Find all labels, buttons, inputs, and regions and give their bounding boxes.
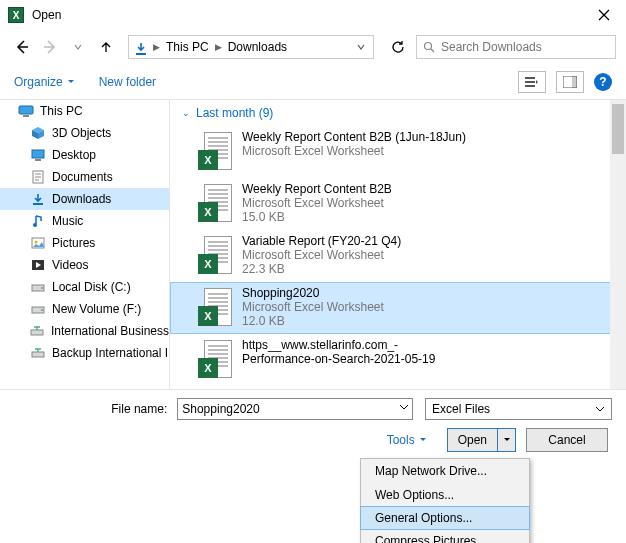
new-folder-button[interactable]: New folder — [99, 75, 156, 89]
address-bar[interactable]: ▶ This PC ▶ Downloads — [128, 35, 374, 59]
sidebar-item-localc[interactable]: Local Disk (C:) — [0, 276, 169, 298]
group-label: Last month (9) — [196, 106, 273, 120]
sidebar-label: Pictures — [52, 236, 95, 250]
sidebar-label: Local Disk (C:) — [52, 280, 131, 294]
file-item[interactable]: X Weekly Report Content B2B Microsoft Ex… — [170, 178, 626, 230]
sidebar-item-thispc[interactable]: This PC — [0, 100, 169, 122]
up-icon[interactable] — [94, 35, 118, 59]
sidebar-item-backupintl[interactable]: Backup International I — [0, 342, 169, 364]
file-name: Weekly Report Content B2B — [242, 182, 392, 196]
sidebar-item-downloads[interactable]: Downloads — [0, 188, 169, 210]
svg-rect-4 — [525, 85, 535, 87]
tools-dropdown-menu: Map Network Drive... Web Options... Gene… — [360, 458, 530, 543]
file-type: Microsoft Excel Worksheet — [242, 144, 466, 158]
file-list-pane: ⌄ Last month (9) X Weekly Report Content… — [170, 100, 626, 389]
close-icon[interactable] — [590, 5, 618, 25]
address-dropdown-icon[interactable] — [353, 43, 369, 51]
filename-label: File name: — [14, 402, 171, 416]
menu-general-options[interactable]: General Options... — [360, 506, 530, 530]
cube-icon — [30, 125, 46, 141]
help-icon[interactable]: ? — [594, 73, 612, 91]
sidebar-item-3dobjects[interactable]: 3D Objects — [0, 122, 169, 144]
menu-map-network-drive[interactable]: Map Network Drive... — [361, 459, 529, 483]
svg-point-13 — [33, 223, 37, 227]
svg-point-18 — [41, 287, 43, 289]
chevron-down-icon: ⌄ — [182, 108, 190, 118]
drive-icon — [30, 279, 46, 295]
navigation-sidebar: This PC 3D Objects Desktop Documents Dow… — [0, 100, 170, 389]
file-name: Variable Report (FY20-21 Q4) — [242, 234, 401, 248]
sidebar-item-intlbiz[interactable]: International Business — [0, 320, 169, 342]
sidebar-label: Videos — [52, 258, 88, 272]
breadcrumb-thispc[interactable]: This PC — [164, 40, 211, 54]
file-type: Microsoft Excel Worksheet — [242, 196, 392, 210]
file-type: Microsoft Excel Worksheet — [242, 300, 384, 314]
svg-rect-2 — [525, 77, 535, 79]
svg-rect-8 — [23, 115, 29, 117]
filter-label: Excel Files — [432, 402, 490, 416]
sidebar-label: This PC — [40, 104, 83, 118]
file-type-filter[interactable]: Excel Files — [425, 398, 612, 420]
preview-pane-button[interactable] — [556, 71, 584, 93]
file-item-selected[interactable]: X Shopping2020 Microsoft Excel Worksheet… — [170, 282, 615, 334]
downloads-icon — [30, 191, 46, 207]
file-type: Microsoft Excel Worksheet — [242, 248, 401, 262]
file-name: Shopping2020 — [242, 286, 384, 300]
svg-rect-3 — [525, 81, 535, 83]
chevron-down-icon[interactable] — [399, 402, 409, 412]
sidebar-label: International Business — [51, 324, 169, 338]
search-icon — [423, 41, 435, 53]
view-mode-button[interactable] — [518, 71, 546, 93]
sidebar-label: Downloads — [52, 192, 111, 206]
drive-icon — [30, 301, 46, 317]
breadcrumb-downloads[interactable]: Downloads — [226, 40, 289, 54]
svg-rect-22 — [32, 352, 44, 357]
refresh-icon[interactable] — [384, 35, 412, 59]
chevron-right-icon: ▶ — [215, 42, 222, 52]
sidebar-item-music[interactable]: Music — [0, 210, 169, 232]
sidebar-item-pictures[interactable]: Pictures — [0, 232, 169, 254]
file-item[interactable]: X Variable Report (FY20-21 Q4) Microsoft… — [170, 230, 626, 282]
svg-rect-7 — [19, 106, 33, 114]
cancel-label: Cancel — [548, 433, 585, 447]
svg-point-15 — [35, 241, 38, 244]
file-size: 12.0 KB — [242, 314, 384, 328]
file-size: 22.3 KB — [242, 262, 401, 276]
sidebar-label: Desktop — [52, 148, 96, 162]
back-icon[interactable] — [10, 35, 34, 59]
sidebar-item-documents[interactable]: Documents — [0, 166, 169, 188]
network-drive-icon — [30, 323, 45, 339]
excel-app-icon: X — [8, 7, 24, 23]
svg-point-1 — [425, 43, 432, 50]
excel-file-icon: X — [198, 184, 232, 226]
tools-label: Tools — [387, 433, 415, 447]
open-split-dropdown[interactable] — [497, 429, 515, 451]
cancel-button[interactable]: Cancel — [526, 428, 608, 452]
menu-web-options[interactable]: Web Options... — [361, 483, 529, 507]
sidebar-item-desktop[interactable]: Desktop — [0, 144, 169, 166]
scrollbar-thumb[interactable] — [612, 104, 624, 154]
recent-dropdown-icon[interactable] — [66, 35, 90, 59]
sidebar-item-newvolf[interactable]: New Volume (F:) — [0, 298, 169, 320]
sidebar-item-videos[interactable]: Videos — [0, 254, 169, 276]
file-item[interactable]: X https__www.stellarinfo.com_-Performanc… — [170, 334, 626, 386]
svg-rect-9 — [32, 150, 44, 158]
music-icon — [30, 213, 46, 229]
network-drive-icon — [30, 345, 46, 361]
sidebar-label: Documents — [52, 170, 113, 184]
menu-compress-pictures[interactable]: Compress Pictures... — [361, 529, 529, 543]
group-header-lastmonth[interactable]: ⌄ Last month (9) — [170, 100, 626, 126]
organize-menu[interactable]: Organize — [14, 75, 75, 89]
scrollbar[interactable] — [610, 100, 626, 389]
search-input[interactable]: Search Downloads — [416, 35, 616, 59]
excel-file-icon: X — [198, 236, 232, 278]
excel-file-icon: X — [198, 132, 232, 174]
tools-menu-button[interactable]: Tools — [377, 428, 437, 452]
svg-rect-6 — [572, 76, 577, 88]
file-item[interactable]: X Weekly Report Content B2B (1Jun-18Jun)… — [170, 126, 626, 178]
svg-rect-0 — [136, 53, 146, 55]
sidebar-label: Backup International I — [52, 346, 168, 360]
open-button[interactable]: Open — [447, 428, 516, 452]
filename-input[interactable] — [177, 398, 413, 420]
organize-label: Organize — [14, 75, 63, 89]
